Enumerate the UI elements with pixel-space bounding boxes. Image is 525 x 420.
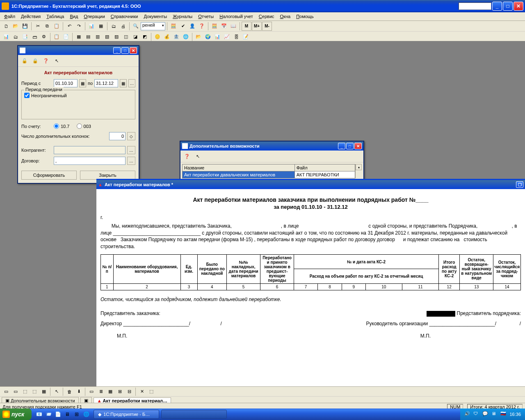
- t2-20-icon[interactable]: 📂: [194, 32, 203, 41]
- t2-2-icon[interactable]: 🗂: [11, 32, 20, 41]
- bt5-icon[interactable]: ▦: [39, 387, 48, 396]
- menu-journals[interactable]: Журналы: [170, 13, 195, 20]
- taskbar-app-button[interactable]: ◆ 1С:Предприятие - Б…: [94, 410, 159, 419]
- redo-icon[interactable]: ↷: [74, 22, 83, 31]
- document-titlebar[interactable]: ▲ Акт переработки материалов * ❐: [96, 180, 525, 189]
- bt6-icon[interactable]: ↖: [52, 387, 61, 396]
- paste-icon[interactable]: 📋: [52, 22, 61, 31]
- features-help-icon[interactable]: ❓: [183, 152, 192, 161]
- bt8-icon[interactable]: ⬇: [74, 387, 83, 396]
- t2-12-icon[interactable]: ▨: [112, 32, 121, 41]
- t2-14-icon[interactable]: ◪: [131, 32, 140, 41]
- t2-9-icon[interactable]: ▤: [84, 32, 93, 41]
- contract-select-button[interactable]: …: [127, 157, 135, 165]
- menu-catalogs[interactable]: Справочники: [108, 13, 141, 20]
- undo-icon[interactable]: ↶: [65, 22, 74, 31]
- pivot-icon[interactable]: ▦: [96, 22, 105, 31]
- form-close-button[interactable]: ✕: [130, 47, 137, 54]
- col-file[interactable]: Файл: [294, 164, 355, 171]
- menu-table[interactable]: Таблица: [44, 13, 66, 20]
- features-titlebar[interactable]: Дополнительные возможности _ □ ✕: [180, 142, 363, 151]
- menu-service[interactable]: Сервис: [256, 13, 277, 20]
- form-tb1-icon[interactable]: 🔓: [20, 56, 29, 65]
- t2-24-icon[interactable]: 🗄: [232, 32, 241, 41]
- scroll-up-icon[interactable]: ▴: [356, 164, 362, 170]
- copy-icon[interactable]: ⧉: [43, 22, 52, 31]
- features-arrow-icon[interactable]: ↖: [193, 152, 202, 161]
- menu-tax[interactable]: Налоговый учет: [217, 13, 256, 20]
- t2-15-icon[interactable]: ◩: [140, 32, 149, 41]
- print-icon[interactable]: 🖨: [119, 22, 128, 31]
- bt9-icon[interactable]: ▭: [87, 387, 96, 396]
- cut-icon[interactable]: ✂: [33, 22, 42, 31]
- contract-input[interactable]: [54, 157, 126, 165]
- ql-4-icon[interactable]: 🖥: [63, 410, 71, 418]
- tray-flag-icon[interactable]: 🇷🇺: [500, 411, 507, 418]
- new-icon[interactable]: 🗋: [2, 22, 11, 31]
- ql-6-icon[interactable]: 🌐: [82, 410, 90, 418]
- t2-10-icon[interactable]: ▥: [93, 32, 102, 41]
- tray-3-icon[interactable]: 💬: [482, 411, 489, 418]
- bt1-icon[interactable]: ▭: [2, 387, 11, 396]
- tb-a-icon[interactable]: 🧮: [169, 22, 178, 31]
- taskbar-blank-button[interactable]: [161, 410, 227, 419]
- t2-19-icon[interactable]: 🌐: [181, 32, 190, 41]
- title-input[interactable]: [459, 2, 491, 10]
- bt13-icon[interactable]: ⊟: [125, 387, 134, 396]
- form-tb2-icon[interactable]: 🔒: [31, 56, 40, 65]
- menu-view[interactable]: Вид: [67, 13, 80, 20]
- bt15-icon[interactable]: ⬚: [147, 387, 156, 396]
- save-icon[interactable]: 💾: [21, 22, 30, 31]
- binoculars-icon[interactable]: 🔍: [131, 22, 140, 31]
- date-to-picker-icon[interactable]: ▦: [120, 79, 127, 87]
- tb-cal-icon[interactable]: 📅: [219, 22, 228, 31]
- form-minimize-button[interactable]: _: [113, 47, 121, 54]
- form-tb3-icon[interactable]: ❓: [41, 56, 50, 65]
- t2-5-icon[interactable]: ⚙: [39, 32, 48, 41]
- tb-book-icon[interactable]: 📖: [229, 22, 238, 31]
- t2-4-icon[interactable]: 🗃: [30, 32, 39, 41]
- features-maximize-button[interactable]: □: [346, 143, 354, 149]
- form-titlebar[interactable]: _ □ ✕: [18, 46, 139, 55]
- start-button[interactable]: пуск: [0, 409, 32, 420]
- menu-actions[interactable]: Действия: [18, 13, 43, 20]
- t2-17-icon[interactable]: 💰: [162, 32, 171, 41]
- bt10-icon[interactable]: ≣: [96, 387, 105, 396]
- features-minimize-button[interactable]: _: [338, 143, 345, 149]
- tb-calc-icon[interactable]: 🧮: [210, 22, 219, 31]
- minimize-button[interactable]: _: [492, 2, 502, 11]
- bt4-icon[interactable]: ⬚: [30, 387, 39, 396]
- t2-11-icon[interactable]: ▧: [103, 32, 112, 41]
- menu-operations[interactable]: Операции: [81, 13, 107, 20]
- close-button[interactable]: ✕: [514, 2, 523, 11]
- features-scrollbar[interactable]: ▴: [355, 164, 362, 178]
- menu-reports[interactable]: Отчеты: [196, 13, 216, 20]
- ql-2-icon[interactable]: 📨: [44, 410, 52, 418]
- menu-help[interactable]: Помощь: [294, 13, 316, 20]
- t2-1-icon[interactable]: 📊: [2, 32, 11, 41]
- tray-4-icon[interactable]: 🖥: [491, 411, 498, 418]
- tray-clock[interactable]: 16:36: [509, 412, 521, 417]
- t2-13-icon[interactable]: ◫: [121, 32, 130, 41]
- bt11-icon[interactable]: ▦: [106, 387, 115, 396]
- row-name[interactable]: Акт переработки давальческих материалов: [183, 171, 295, 178]
- chart-icon[interactable]: 📊: [87, 22, 96, 31]
- bt3-icon[interactable]: ⬚: [21, 387, 30, 396]
- form-close2-button[interactable]: Закрыть: [80, 171, 135, 180]
- extra-cols-spinner-icon[interactable]: ◇: [127, 132, 135, 140]
- date-from-input[interactable]: [54, 79, 78, 87]
- t2-6-icon[interactable]: 📋: [52, 32, 61, 41]
- ql-1-icon[interactable]: 📧: [35, 410, 43, 418]
- m-button[interactable]: М: [242, 22, 251, 31]
- tray-2-icon[interactable]: 🛡: [473, 411, 480, 418]
- menu-documents[interactable]: Документы: [141, 13, 169, 20]
- t2-25-icon[interactable]: 📝: [241, 32, 250, 41]
- ql-3-icon[interactable]: 📄: [54, 410, 62, 418]
- t2-18-icon[interactable]: 🏦: [172, 32, 181, 41]
- generate-button[interactable]: Сформировать: [21, 171, 77, 180]
- counterparty-select-button[interactable]: …: [127, 146, 135, 154]
- unlimited-check-input[interactable]: [24, 93, 30, 98]
- date-from-picker-icon[interactable]: ▦: [79, 79, 86, 87]
- table-row[interactable]: Акт переработки давальческих материаловА…: [183, 171, 355, 178]
- maximize-button[interactable]: □: [503, 2, 513, 11]
